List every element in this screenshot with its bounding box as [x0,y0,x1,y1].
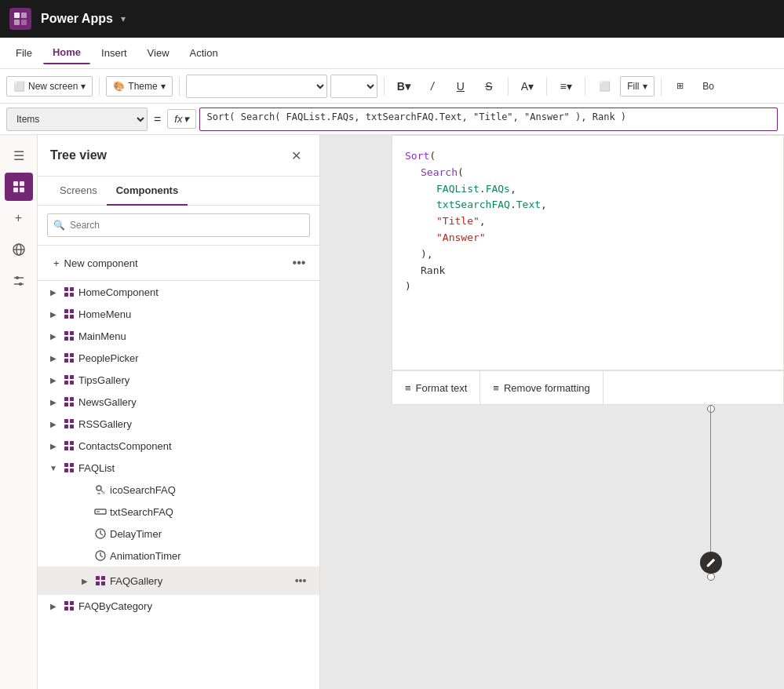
tab-components[interactable]: Components [107,177,188,206]
chevron-contactscomponent-icon: ▶ [47,439,60,452]
align-button[interactable]: ≡▾ [553,76,578,97]
side-icon-controls[interactable] [5,267,33,295]
svg-rect-22 [70,315,74,319]
search-input[interactable] [47,213,310,237]
formula-equals-sign: = [151,112,164,126]
font-color-button[interactable]: A▾ [515,76,540,97]
tree-item-tipsgallery[interactable]: ▶ TipsGallery [38,369,319,391]
new-component-plus-icon: + [53,257,60,269]
tree-item-faqbycategory[interactable]: ▶ FAQByCategory [38,595,319,617]
svg-rect-69 [64,607,68,611]
border-button[interactable]: Bo [696,77,721,96]
chevron-delaytimer-icon [78,527,91,540]
tree-item-homecomponent[interactable]: ▶ HomeComponent [38,281,319,303]
svg-rect-46 [70,447,74,450]
remove-formatting-icon: ≡ [493,382,499,394]
new-component-button[interactable]: + New component [47,254,144,272]
property-selector[interactable]: Items [6,108,148,131]
fill-button[interactable]: Fill ▾ [620,76,654,97]
svg-rect-16 [70,287,74,291]
side-icon-components[interactable] [5,173,33,201]
chevron-homecomponent-icon: ▶ [47,286,60,298]
tree-item-contactscomponent[interactable]: ▶ ContactsComponent [38,435,319,457]
formula-fx-button[interactable]: fx ▾ [167,109,196,129]
svg-line-62 [100,556,103,557]
app-name-chevron-icon[interactable]: ▾ [121,13,126,24]
theme-button[interactable]: 🎨 Theme ▾ [106,76,172,97]
new-screen-chevron-icon: ▾ [81,81,86,92]
chevron-txtsearchfaq-icon [78,505,91,518]
svg-rect-39 [64,419,68,423]
menu-file[interactable]: File [6,42,42,64]
remove-formatting-button[interactable]: ≡ Remove formatting [480,371,603,404]
component-icon-faqgallery [94,574,107,587]
format-text-button[interactable]: ≡ Format text [392,371,480,404]
new-screen-button[interactable]: ⬜ New screen ▾ [6,76,93,97]
font-size-dropdown[interactable] [330,75,377,98]
toolbar-separator-4 [508,77,509,96]
tree-item-newsgallery[interactable]: ▶ NewsGallery [38,391,319,413]
chevron-faqbycategory-icon: ▶ [47,600,60,612]
component-more-button[interactable]: ••• [288,252,310,274]
fill-icon[interactable]: ⬜ [592,77,617,96]
faqgallery-more-button[interactable]: ••• [291,571,310,590]
side-icon-menu[interactable]: ☰ [5,141,33,170]
italic-button[interactable]: / [420,76,445,97]
control-point-top[interactable] [707,405,715,413]
menu-view[interactable]: View [138,42,179,64]
border-icon[interactable]: ⊞ [668,77,693,95]
tree-close-button[interactable]: ✕ [285,144,307,166]
tree-item-faqgallery[interactable]: ▶ FAQGallery ••• [38,567,319,595]
toolbar: ⬜ New screen ▾ 🎨 Theme ▾ B▾ / U S A▾ ≡▾ … [0,69,784,104]
side-icons: ☰ + [0,135,38,689]
chevron-peoplepicker-icon: ▶ [47,352,60,364]
svg-rect-40 [70,419,74,423]
tree-item-txtsearchfaq[interactable]: txtSearchFAQ [38,501,319,523]
underline-button[interactable]: U [448,76,473,97]
tree-item-mainmenu[interactable]: ▶ MainMenu [38,325,319,347]
svg-rect-32 [70,375,74,379]
bold-button[interactable]: B▾ [391,76,417,97]
svg-rect-44 [70,441,74,445]
font-family-dropdown[interactable] [186,75,327,98]
tab-screens[interactable]: Screens [50,177,107,206]
menu-home[interactable]: Home [43,42,90,64]
control-point-bottom[interactable] [707,573,715,581]
tree-item-rssgallery[interactable]: ▶ RSSGallery [38,413,319,435]
toolbar-separator-2 [179,77,180,96]
formula-input[interactable]: Sort( Search( FAQList.FAQs, txtSearchFAQ… [199,108,778,131]
menu-insert[interactable]: Insert [92,42,137,64]
code-editor[interactable]: Sort( Search( FAQList.FAQs, txtSearchFAQ… [392,135,784,370]
strikethrough-button[interactable]: S [476,76,501,97]
tree-item-animationtimer[interactable]: AnimationTimer [38,545,319,567]
svg-rect-4 [13,181,18,186]
svg-rect-65 [96,581,100,585]
menu-action[interactable]: Action [181,42,228,64]
tree-item-delaytimer[interactable]: DelayTimer [38,523,319,545]
svg-rect-21 [64,315,68,319]
tree-item-peoplepicker[interactable]: ▶ PeoplePicker [38,347,319,369]
chevron-homemenu-icon: ▶ [47,308,60,320]
svg-rect-24 [70,331,74,335]
side-icon-data[interactable] [5,235,33,264]
svg-point-14 [19,283,22,286]
svg-rect-1 [21,13,27,18]
chevron-faqgallery-icon: ▶ [78,574,91,587]
search-container: 🔍 [47,213,310,237]
tree-item-faqlist[interactable]: ▼ FAQList [38,457,319,479]
side-icon-add[interactable]: + [5,204,33,232]
theme-chevron-icon: ▾ [161,81,166,92]
svg-rect-48 [70,463,74,467]
svg-rect-6 [13,188,18,192]
edit-pencil-button[interactable] [700,552,722,574]
svg-rect-36 [70,397,74,401]
chevron-animationtimer-icon [78,549,91,562]
menu-bar: File Home Insert View Action [0,38,784,69]
code-line-7: ), [405,246,771,263]
svg-rect-7 [20,188,24,192]
tree-item-homemenu[interactable]: ▶ HomeMenu [38,303,319,325]
tree-item-icosearchfaq[interactable]: icoSearchFAQ [38,479,319,501]
chevron-faqlist-icon: ▼ [47,461,60,474]
formula-bar: Items = fx ▾ Sort( Search( FAQList.FAQs,… [0,104,784,135]
svg-rect-30 [70,359,74,363]
